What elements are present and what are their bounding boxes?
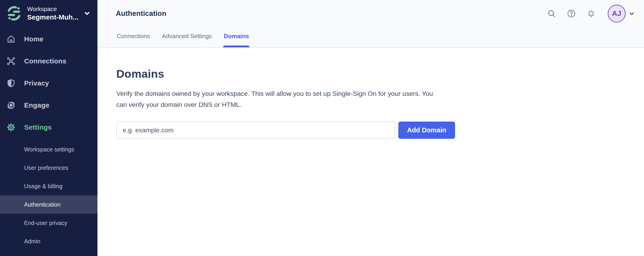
workspace-info: Workspace Segment-Muh... (27, 5, 78, 22)
sidebar-subitem-workspace-settings[interactable]: Workspace settings (0, 140, 98, 158)
sidebar-subitem-authentication[interactable]: Authentication (0, 195, 98, 214)
description-line: can verify your domain over DNS or HTML. (116, 99, 644, 110)
bell-icon[interactable] (586, 9, 596, 18)
tab-connections[interactable]: Connections (116, 27, 150, 47)
search-icon[interactable] (547, 9, 556, 18)
sidebar-settings-subnav: Workspace settings User preferences Usag… (0, 140, 98, 250)
workspace-name: Segment-Muh... (27, 13, 78, 22)
domain-input[interactable] (116, 122, 395, 139)
sidebar-item-label: Home (24, 35, 44, 43)
page-title: Authentication (116, 10, 166, 18)
sidebar-item-label: Settings (24, 124, 52, 131)
description-line: Verify the domains owned by your workspa… (116, 88, 644, 99)
shield-icon (6, 78, 16, 88)
segment-logo-icon (6, 6, 22, 21)
sidebar-item-home[interactable]: Home (0, 28, 98, 50)
chevron-down-icon (83, 10, 91, 17)
sidebar-subitem-end-user-privacy[interactable]: End-user privacy (0, 214, 98, 232)
section-heading: Domains (116, 67, 644, 80)
connections-icon (6, 56, 16, 66)
tab-domains[interactable]: Domains (223, 27, 249, 47)
sidebar-item-connections[interactable]: Connections (0, 50, 98, 72)
sidebar-item-settings[interactable]: Settings (0, 116, 98, 138)
workspace-label: Workspace (27, 5, 78, 13)
add-domain-form: Add Domain (116, 122, 644, 139)
domains-panel: Domains Verify the domains owned by your… (98, 48, 644, 139)
workspace-switcher[interactable]: Workspace Segment-Muh... (0, 0, 98, 26)
add-domain-button[interactable]: Add Domain (398, 122, 455, 139)
gear-icon (6, 123, 16, 132)
sidebar-subitem-usage-billing[interactable]: Usage & billing (0, 177, 98, 195)
sidebar: Workspace Segment-Muh... Home (0, 0, 98, 256)
home-icon (6, 34, 16, 44)
app-window: Workspace Segment-Muh... Home (0, 0, 644, 256)
tab-advanced-settings[interactable]: Advanced Settings (162, 27, 212, 47)
header-row: Authentication (98, 0, 644, 27)
help-icon[interactable] (567, 9, 576, 18)
main-area: Authentication (98, 0, 644, 256)
tab-bar: Connections Advanced Settings Domains (98, 27, 644, 47)
sidebar-subitem-user-preferences[interactable]: User preferences (0, 158, 98, 177)
sidebar-item-label: Privacy (24, 79, 49, 87)
page-header: Authentication (98, 0, 644, 48)
sidebar-item-engage[interactable]: Engage (0, 94, 98, 116)
engage-icon (6, 101, 16, 110)
chevron-down-icon[interactable] (628, 10, 635, 17)
section-description: Verify the domains owned by your workspa… (116, 88, 644, 110)
header-actions: AJ (536, 4, 635, 22)
sidebar-item-privacy[interactable]: Privacy (0, 72, 98, 94)
sidebar-item-label: Engage (24, 101, 50, 109)
avatar[interactable]: AJ (608, 4, 626, 22)
sidebar-item-label: Connections (24, 57, 66, 65)
sidebar-subitem-admin[interactable]: Admin (0, 232, 98, 250)
sidebar-main-nav: Home Connections (0, 28, 98, 138)
